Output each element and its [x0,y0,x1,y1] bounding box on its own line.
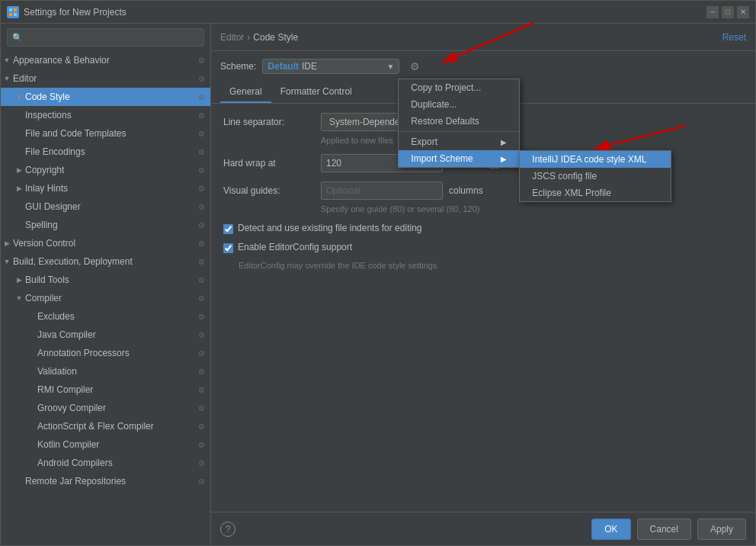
settings-icon-java-compiler: ⚙ [195,329,207,341]
settings-icon-editor: ⚙ [195,72,207,85]
expand-icon-annotation-processors [25,347,37,359]
expand-icon-appearance: ▼ [1,54,13,66]
sidebar-label-groovy-compiler: Groovy Compiler [37,403,195,413]
sidebar-item-remote-jar-repositories[interactable]: Remote Jar Repositories⚙ [1,472,210,490]
cancel-button[interactable]: Cancel [637,519,691,540]
expand-icon-actionscript-flex [25,420,37,432]
expand-icon-spelling [13,219,25,231]
dropdown-copy-to-project[interactable]: Copy to Project... [399,79,519,96]
sidebar-item-file-encodings[interactable]: File Encodings⚙ [1,143,210,161]
tab-formatter-control[interactable]: Formatter Control [271,82,361,103]
detect-indents-checkbox[interactable] [223,224,233,234]
help-button[interactable]: ? [220,522,235,537]
expand-icon-gui-designer [13,201,25,213]
visual-guides-suffix: columns [449,185,483,196]
sidebar-item-gui-designer[interactable]: GUI Designer⚙ [1,198,210,216]
sidebar-label-build-exec-deploy: Build, Execution, Deployment [13,256,195,267]
expand-icon-inspections [13,109,25,121]
settings-icon-file-code-templates: ⚙ [195,127,207,140]
settings-icon-gui-designer: ⚙ [195,201,207,213]
search-icon: 🔍 [12,33,23,43]
gear-button[interactable]: ⚙ [405,57,424,75]
svg-rect-3 [14,13,17,16]
sidebar-item-rmi-compiler[interactable]: RMI Compiler⚙ [1,381,210,399]
sidebar-label-version-control: Version Control [13,238,195,249]
close-button[interactable]: ✕ [737,6,749,18]
sidebar-label-inlay-hints: Inlay Hints [25,183,195,194]
submenu-jscs-config[interactable]: JSCS config file [520,168,671,185]
title-bar: Settings for New Projects ─ □ ✕ [1,1,755,24]
expand-icon-build-tools: ▶ [13,274,25,286]
submenu-eclipse-xml[interactable]: Eclipse XML Profile [520,185,671,201]
visual-guides-input[interactable] [321,181,443,200]
svg-rect-0 [9,8,12,11]
sidebar-item-actionscript-flex[interactable]: ActionScript & Flex Compiler⚙ [1,417,210,435]
line-separator-label: Line separator: [223,117,315,127]
right-panel: Editor › Code Style Reset Scheme: Defaul… [211,24,755,545]
import-submenu-arrow: ▶ [501,155,507,163]
minimize-button[interactable]: ─ [706,6,719,18]
reset-button[interactable]: Reset [722,32,746,43]
sidebar-item-validation[interactable]: Validation⚙ [1,362,210,381]
sidebar-item-appearance[interactable]: ▼Appearance & Behavior⚙ [1,51,210,69]
bottom-buttons: OK Cancel Apply [591,519,746,540]
sidebar-label-actionscript-flex: ActionScript & Flex Compiler [37,421,195,432]
sidebar-item-spelling[interactable]: Spelling⚙ [1,216,210,234]
editor-config-section: Enable EditorConfig support EditorConfig… [223,242,743,270]
expand-icon-validation [25,365,37,377]
sidebar-item-groovy-compiler[interactable]: Groovy Compiler⚙ [1,399,210,417]
ok-button[interactable]: OK [591,519,630,540]
settings-icon-excludes: ⚙ [195,310,207,323]
sidebar-item-kotlin-compiler[interactable]: Kotlin Compiler⚙ [1,435,210,454]
search-input[interactable] [26,32,199,43]
expand-icon-build-exec-deploy: ▼ [1,255,13,268]
main-content: 🔍 ▼Appearance & Behavior⚙▼Editor⚙▼Code S… [1,24,755,545]
sidebar-item-inlay-hints[interactable]: ▶Inlay Hints⚙ [1,179,210,198]
sidebar-item-annotation-processors[interactable]: Annotation Processors⚙ [1,344,210,362]
bottom-bar: ? OK Cancel Apply [211,512,755,545]
sidebar-item-build-exec-deploy[interactable]: ▼Build, Execution, Deployment⚙ [1,252,210,271]
breadcrumb-root: Editor [220,32,244,43]
editor-config-checkbox[interactable] [223,243,233,253]
expand-icon-remote-jar-repositories [13,475,25,487]
settings-icon-build-exec-deploy: ⚙ [195,255,207,268]
sidebar-item-version-control[interactable]: ▶Version Control⚙ [1,234,210,252]
settings-icon-appearance: ⚙ [195,54,207,66]
dropdown-restore-defaults[interactable]: Restore Defaults [399,113,519,130]
settings-icon-version-control: ⚙ [195,237,207,249]
submenu-intellij-xml[interactable]: IntelliJ IDEA code style XML [520,151,671,168]
maximize-button[interactable]: □ [722,6,734,18]
gear-dropdown-container: ⚙ Copy to Project... Duplicate... Restor… [405,57,424,75]
scheme-label: Scheme: [220,61,256,72]
search-box[interactable]: 🔍 [7,28,204,47]
sidebar-item-compiler[interactable]: ▼Compiler⚙ [1,289,210,307]
dropdown-duplicate[interactable]: Duplicate... [399,96,519,113]
settings-dropdown-menu: Copy to Project... Duplicate... Restore … [398,79,520,168]
expand-icon-code-style: ▼ [13,91,25,103]
sidebar-item-copyright[interactable]: ▶Copyright⚙ [1,161,210,179]
sidebar-label-android-compilers: Android Compilers [37,458,195,468]
sidebar-item-android-compilers[interactable]: Android Compilers⚙ [1,454,210,472]
sidebar-item-editor[interactable]: ▼Editor⚙ [1,69,210,88]
sidebar-item-inspections[interactable]: Inspections⚙ [1,106,210,124]
tab-general[interactable]: General [220,82,271,103]
apply-button[interactable]: Apply [697,519,746,540]
dropdown-import-scheme[interactable]: Import Scheme ▶ IntelliJ IDEA code style… [399,150,519,167]
dropdown-separator-1 [399,131,519,132]
sidebar-item-build-tools[interactable]: ▶Build Tools⚙ [1,271,210,289]
sidebar-label-file-code-templates: File and Code Templates [25,128,195,139]
dropdown-export[interactable]: Export ▶ [399,133,519,150]
sidebar-item-file-code-templates[interactable]: File and Code Templates⚙ [1,124,210,143]
sidebar-item-code-style[interactable]: ▼Code Style⚙ [1,88,210,106]
sidebar-tree: ▼Appearance & Behavior⚙▼Editor⚙▼Code Sty… [1,51,210,490]
svg-rect-2 [9,13,12,16]
scheme-default-text: Default [267,61,299,72]
settings-icon-file-encodings: ⚙ [195,146,207,158]
sidebar-item-java-compiler[interactable]: Java Compiler⚙ [1,326,210,344]
sidebar-item-excludes[interactable]: Excludes⚙ [1,307,210,326]
sidebar-label-excludes: Excludes [37,311,195,322]
export-submenu-arrow: ▶ [501,138,507,146]
scheme-dropdown[interactable]: Default IDE ▼ [262,59,399,74]
expand-icon-compiler: ▼ [13,292,25,304]
settings-icon-code-style: ⚙ [195,91,207,103]
